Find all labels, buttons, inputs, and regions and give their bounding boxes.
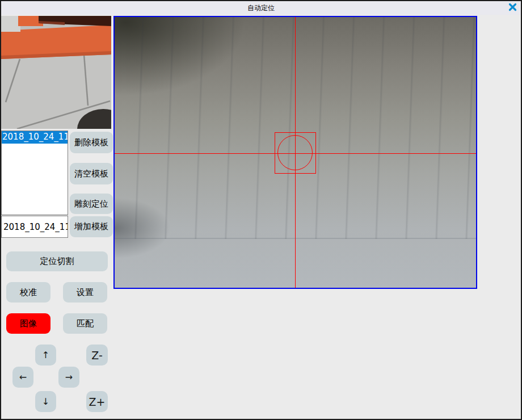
dialog-title: 自动定位 xyxy=(247,3,275,13)
title-bar: 自动定位 xyxy=(1,1,521,15)
jog-z-plus-button[interactable]: Z+ xyxy=(86,391,108,412)
position-cut-button[interactable]: 定位切割 xyxy=(6,251,108,271)
target-circle xyxy=(277,135,313,170)
match-button[interactable]: 匹配 xyxy=(63,313,107,334)
calibrate-button[interactable]: 校准 xyxy=(6,282,50,303)
camera-view[interactable] xyxy=(113,16,477,289)
delete-template-button[interactable]: 删除模板 xyxy=(70,132,113,153)
jog-right-button[interactable]: → xyxy=(58,367,79,388)
jog-left-button[interactable]: ← xyxy=(12,367,33,388)
engrave-position-button[interactable]: 雕刻定位 xyxy=(70,194,113,214)
jog-down-button[interactable]: ↓ xyxy=(35,391,56,412)
close-button[interactable] xyxy=(508,3,517,13)
add-template-button[interactable]: 增加模板 xyxy=(70,216,113,237)
close-icon xyxy=(508,3,517,14)
image-button[interactable]: 图像 xyxy=(6,313,50,334)
clear-template-button[interactable]: 清空模板 xyxy=(70,163,113,184)
template-preview-image xyxy=(1,16,111,129)
jog-up-button[interactable]: ↑ xyxy=(35,345,56,366)
template-name-input[interactable] xyxy=(1,216,68,238)
settings-button[interactable]: 设置 xyxy=(63,282,107,303)
jog-z-minus-button[interactable]: Z- xyxy=(86,345,108,366)
thumbnail-graphic xyxy=(1,16,111,129)
template-list[interactable]: 2018_10_24_11 xyxy=(1,131,68,215)
auto-position-dialog: 自动定位 2018 xyxy=(0,0,522,420)
template-list-item[interactable]: 2018_10_24_11 xyxy=(2,131,68,144)
